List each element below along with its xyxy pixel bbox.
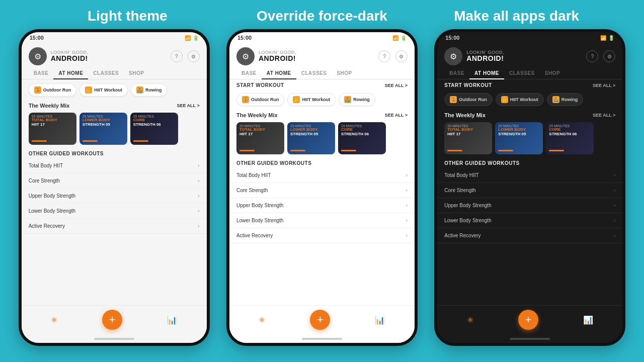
card-2-light[interactable]: 25 MINUTES LOWER BODYSTRENGTH 05	[79, 113, 127, 145]
settings-icon-light[interactable]: ⚙	[188, 50, 200, 62]
workout-name-1-dark: Total Body HIIT	[444, 172, 478, 178]
workout-item-2-light[interactable]: Core Strength ›	[22, 173, 207, 189]
card-1-dark[interactable]: 20 MINUTES TOTAL BODYHIIT 17	[444, 122, 492, 154]
card-2-dark[interactable]: 25 MINUTES LOWER BODYSTRENGTH 05	[495, 122, 543, 154]
quick-rowing-light[interactable]: 🚣 Rowing	[131, 83, 168, 97]
chevron-5-override: ›	[406, 233, 408, 238]
card-2-override[interactable]: 25 MINUTES LOWER BODYSTRENGTH 05	[287, 122, 335, 154]
quick-hiit-override[interactable]: 💪 HIIT Workout	[287, 93, 336, 106]
rowing-label: Rowing	[145, 87, 162, 93]
nav-icon-right-dark[interactable]: 📊	[583, 315, 593, 325]
card-1-bar-o	[239, 150, 255, 151]
quick-outdoor-override[interactable]: 🏃 Outdoor Run	[236, 93, 285, 106]
workout-item-2-dark[interactable]: Core Strength ›	[437, 183, 622, 198]
tab-classes-override[interactable]: CLASSES	[296, 67, 332, 79]
quick-rowing-dark[interactable]: 🚣 Rowing	[547, 93, 584, 106]
phone-override: 15:00 📶 🔋 ⚙ LOOKIN' GOOD, ANDROID! ? ⚙	[226, 29, 418, 346]
screen-dark: ⚙ LOOKIN' GOOD, ANDROID! ? ⚙ BASE AT HOM…	[437, 43, 622, 305]
rowing-label-d: Rowing	[561, 97, 578, 102]
workout-item-5-dark[interactable]: Active Recovery ›	[437, 228, 622, 243]
header-icons-dark: ? ⚙	[586, 50, 615, 62]
quick-rowing-override[interactable]: 🚣 Rowing	[339, 93, 375, 106]
cards-row-light: 20 MINUTES TOTAL BODYHIIT 17 25 MINUTES …	[22, 111, 207, 149]
title-dark: Make all apps dark	[421, 8, 612, 24]
nav-icon-left-dark[interactable]: ✳	[467, 315, 473, 325]
card-3-override[interactable]: 25 MINUTES CORESTRENGTH 06	[338, 122, 386, 154]
help-icon-light[interactable]: ?	[171, 50, 183, 62]
see-all-light[interactable]: SEE ALL >	[177, 103, 199, 108]
weekly-mix-label-override: The Weekly Mix	[236, 112, 278, 118]
tab-classes-dark[interactable]: CLASSES	[504, 67, 540, 79]
card-3-dark[interactable]: 25 MINUTES CORESTRENGTH 06	[546, 122, 594, 154]
workout-item-1-light[interactable]: Total Body HIIT ›	[22, 158, 207, 173]
card-1-override[interactable]: 20 MINUTES TOTAL BODYHIIT 17	[236, 122, 284, 154]
tab-base-dark[interactable]: BASE	[444, 67, 469, 79]
nav-icon-right-light[interactable]: 📊	[167, 315, 177, 325]
card-1-light[interactable]: 20 MINUTES TOTAL BODYHIIT 17	[29, 113, 76, 145]
screen-override: ⚙ LOOKIN' GOOD, ANDROID! ? ⚙ BASE AT HOM…	[229, 43, 415, 305]
chevron-4-light: ›	[198, 208, 199, 214]
tab-shop-dark[interactable]: SHOP	[540, 67, 565, 79]
tab-base-override[interactable]: BASE	[236, 67, 262, 79]
nav-tabs-override: BASE AT HOME CLASSES SHOP	[229, 67, 415, 79]
outdoor-label-o: Outdoor Run	[251, 97, 279, 102]
workout-item-4-dark[interactable]: Lower Body Strength ›	[437, 213, 622, 228]
start-workout-label-override: START WORKOUT	[236, 82, 284, 88]
workout-item-3-override[interactable]: Upper Body Strength ›	[229, 198, 415, 213]
card-3-title-o: CORESTRENGTH 06	[341, 128, 383, 137]
chevron-1-light: ›	[198, 163, 199, 168]
settings-icon-dark[interactable]: ⚙	[603, 50, 615, 62]
card-3-text-o: 25 MINUTES CORESTRENGTH 06	[341, 124, 383, 137]
tab-athome-light[interactable]: AT HOME	[53, 67, 88, 79]
help-icon-dark[interactable]: ?	[586, 50, 598, 62]
card-3-light[interactable]: 25 MINUTES CORESTRENGTH 06	[130, 113, 178, 145]
workout-item-4-override[interactable]: Lower Body Strength ›	[229, 213, 415, 228]
fab-btn-dark[interactable]: +	[518, 310, 538, 330]
settings-icon-override[interactable]: ⚙	[395, 50, 408, 62]
workout-item-4-light[interactable]: Lower Body Strength ›	[22, 204, 207, 219]
workout-name-3-override: Upper Body Strength	[236, 203, 283, 208]
chevron-2-dark: ›	[614, 188, 615, 193]
card-2-title: LOWER BODYSTRENGTH 05	[83, 118, 124, 127]
workout-name-2-light: Core Strength	[29, 178, 60, 184]
tab-shop-light[interactable]: SHOP	[124, 67, 149, 79]
workout-item-2-override[interactable]: Core Strength ›	[229, 183, 415, 198]
tab-classes-light[interactable]: CLASSES	[88, 67, 124, 79]
nav-icon-right-override[interactable]: 📊	[375, 315, 385, 325]
chevron-4-dark: ›	[614, 218, 615, 223]
cards-row-dark: 20 MINUTES TOTAL BODYHIIT 17 25 MINUTES …	[437, 120, 622, 158]
quick-hiit-dark[interactable]: 💪 HIIT Workout	[496, 93, 544, 106]
nav-icon-left-override[interactable]: ✳	[259, 315, 265, 325]
quick-hiit-light[interactable]: 💪 HIIT Workout	[79, 83, 128, 97]
status-bar-dark: 15:00 📶 🔋	[437, 32, 622, 43]
home-bar-light	[94, 338, 134, 340]
tab-athome-override[interactable]: AT HOME	[262, 67, 296, 79]
workout-item-3-dark[interactable]: Upper Body Strength ›	[437, 198, 622, 213]
workout-name-5-light: Active Recovery	[29, 223, 65, 229]
hiit-icon-d: 💪	[501, 96, 508, 103]
workout-item-5-override[interactable]: Active Recovery ›	[229, 228, 415, 243]
bottom-nav-light: ✳ + 📊	[22, 305, 207, 335]
see-all-dark[interactable]: SEE ALL >	[593, 113, 615, 118]
workout-item-3-light[interactable]: Upper Body Strength ›	[22, 189, 207, 204]
fab-btn-override[interactable]: +	[310, 310, 330, 330]
tab-base-light[interactable]: BASE	[29, 67, 54, 79]
header-icons-override: ? ⚙	[378, 50, 408, 62]
quick-outdoor-light[interactable]: 🏃 Outdoor Run	[29, 83, 77, 97]
workout-item-1-dark[interactable]: Total Body HIIT ›	[437, 168, 622, 183]
chevron-1-dark: ›	[614, 172, 615, 178]
nav-icon-left-light[interactable]: ✳	[51, 315, 57, 325]
quick-outdoor-dark[interactable]: 🏃 Outdoor Run	[444, 93, 493, 106]
workout-item-5-light[interactable]: Active Recovery ›	[22, 219, 207, 234]
see-all-start-override[interactable]: SEE ALL >	[385, 83, 408, 88]
workout-item-1-override[interactable]: Total Body HIIT ›	[229, 168, 415, 183]
greeting-big-light: ANDROID!	[51, 55, 89, 62]
fab-btn-light[interactable]: +	[102, 310, 122, 330]
see-all-override[interactable]: SEE ALL >	[385, 113, 408, 118]
weekly-mix-label-dark: The Weekly Mix	[444, 112, 486, 118]
tab-shop-override[interactable]: SHOP	[332, 67, 357, 79]
tab-athome-dark[interactable]: AT HOME	[469, 67, 504, 79]
help-icon-override[interactable]: ?	[378, 50, 390, 62]
see-all-start-dark[interactable]: SEE ALL >	[593, 83, 615, 88]
header-icons-light: ? ⚙	[171, 50, 200, 62]
